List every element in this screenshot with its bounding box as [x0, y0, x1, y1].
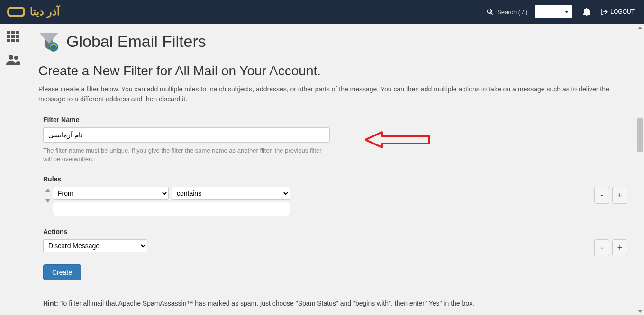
- action-add-button[interactable]: +: [612, 239, 627, 256]
- filter-name-label: Filter Name: [43, 116, 627, 124]
- rule-add-button[interactable]: +: [612, 187, 627, 204]
- page-title: Global Email Filters: [66, 32, 206, 51]
- rule-move-down[interactable]: [45, 199, 50, 203]
- svg-marker-12: [39, 33, 58, 43]
- scrollbar-track[interactable]: [636, 24, 644, 315]
- search-icon: [487, 9, 493, 15]
- search-placeholder-text: Search ( / ): [497, 9, 527, 16]
- svg-point-10: [9, 55, 13, 60]
- page-description: Please create a filter below. You can ad…: [38, 84, 632, 104]
- brand-text: آذر دیتا: [30, 6, 60, 18]
- filter-name-input[interactable]: [43, 127, 330, 143]
- svg-point-0: [18, 9, 23, 15]
- logout-button[interactable]: LOGOUT: [601, 9, 639, 15]
- logo-icon: [7, 5, 26, 19]
- logout-icon: [601, 9, 608, 15]
- rule-match-select[interactable]: contains: [172, 187, 290, 200]
- rule-move-up[interactable]: [45, 189, 50, 192]
- svg-rect-1: [7, 31, 10, 34]
- email-filter-icon: [38, 31, 59, 52]
- svg-rect-2: [11, 31, 15, 34]
- bell-icon: [583, 8, 590, 16]
- svg-rect-5: [11, 35, 15, 38]
- rules-label: Rules: [43, 175, 627, 183]
- hint-label: Hint:: [43, 299, 58, 307]
- action-remove-button[interactable]: -: [594, 239, 609, 256]
- scrollbar-up[interactable]: [636, 24, 644, 32]
- notifications-button[interactable]: [580, 8, 594, 16]
- sidebar-apps[interactable]: [6, 31, 20, 42]
- grid-icon: [7, 31, 19, 42]
- svg-rect-4: [7, 35, 10, 38]
- user-menu-button[interactable]: [535, 5, 572, 18]
- scrollbar-down[interactable]: [636, 307, 644, 315]
- page-subtitle: Create a New Filter for All Mail on Your…: [38, 63, 632, 79]
- svg-point-11: [14, 56, 18, 60]
- actions-label: Actions: [43, 228, 627, 235]
- svg-rect-7: [7, 39, 10, 42]
- caret-down-icon: [565, 11, 569, 13]
- main-content: Global Email Filters Create a New Filter…: [27, 24, 644, 315]
- create-button[interactable]: Create: [43, 264, 81, 280]
- rule-field-select[interactable]: From: [53, 187, 169, 200]
- brand-logo[interactable]: آذر دیتا: [7, 5, 60, 19]
- scrollbar-thumb[interactable]: [637, 118, 643, 152]
- svg-rect-3: [16, 31, 19, 34]
- svg-rect-8: [11, 39, 15, 42]
- action-select[interactable]: Discard Message: [43, 239, 147, 252]
- sidebar: [0, 24, 27, 315]
- filter-name-help: The filter name must be unique. If you g…: [43, 146, 327, 163]
- logout-label: LOGOUT: [610, 9, 635, 15]
- search-area[interactable]: Search ( / ): [487, 9, 527, 16]
- svg-rect-9: [16, 39, 19, 42]
- rule-remove-button[interactable]: -: [594, 187, 609, 204]
- rule-value-input[interactable]: [53, 202, 290, 216]
- users-icon: [6, 54, 20, 65]
- svg-rect-6: [16, 35, 19, 38]
- hint-text: To filter all mail that Apache SpamAssas…: [58, 299, 474, 307]
- hint-block: Hint: To filter all mail that Apache Spa…: [43, 299, 627, 307]
- header: آذر دیتا Search ( / ) LOGOUT: [0, 0, 644, 24]
- sidebar-users[interactable]: [6, 54, 20, 65]
